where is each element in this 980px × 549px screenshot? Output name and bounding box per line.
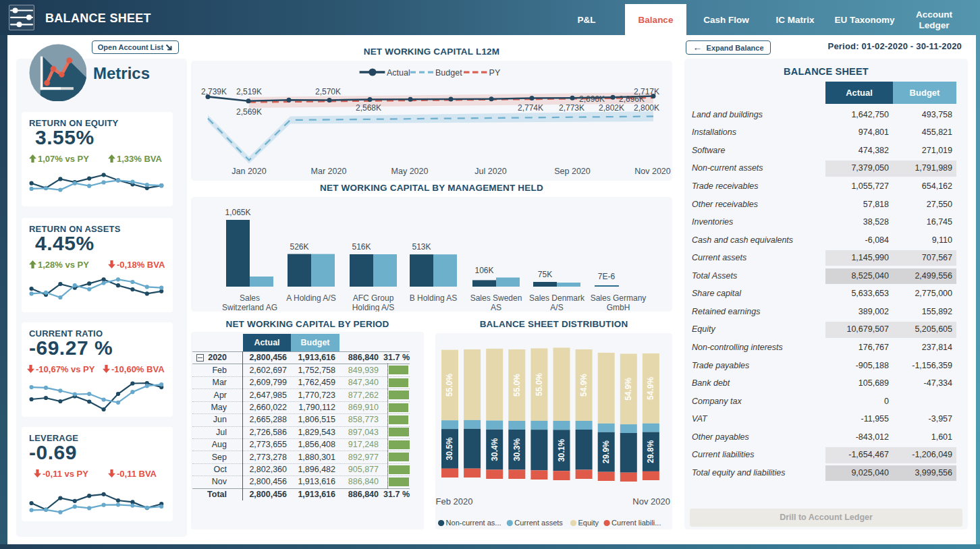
svg-text:55.0%: 55.0% xyxy=(512,374,522,397)
svg-text:Jan 2020: Jan 2020 xyxy=(232,167,266,176)
svg-text:2,570K: 2,570K xyxy=(315,87,341,96)
svg-text:Current liabili...: Current liabili... xyxy=(611,519,661,527)
svg-text:54.9%: 54.9% xyxy=(646,377,655,400)
svg-text:Mar 2020: Mar 2020 xyxy=(311,167,347,176)
svg-text:B Holding AS: B Holding AS xyxy=(410,293,458,303)
svg-text:513K: 513K xyxy=(412,242,431,252)
svg-text:AFC Group: AFC Group xyxy=(353,293,394,303)
svg-text:Sales Denmark: Sales Denmark xyxy=(529,293,585,303)
svg-text:Current assets: Current assets xyxy=(514,519,563,527)
svg-text:Nov 2020: Nov 2020 xyxy=(634,167,671,176)
svg-text:Actual: Actual xyxy=(387,68,410,78)
svg-text:30.4%: 30.4% xyxy=(490,438,499,461)
svg-text:Sales Germany: Sales Germany xyxy=(591,293,647,303)
svg-text:Budget: Budget xyxy=(435,68,462,78)
svg-text:A Holding A/S: A Holding A/S xyxy=(286,293,335,303)
svg-text:2,800K: 2,800K xyxy=(634,103,659,113)
svg-text:May 2020: May 2020 xyxy=(391,167,429,176)
svg-text:Holding A/S: Holding A/S xyxy=(352,303,395,312)
svg-text:2,802K: 2,802K xyxy=(599,103,624,113)
svg-text:Sales Sweden: Sales Sweden xyxy=(470,293,522,303)
svg-text:2,568K: 2,568K xyxy=(356,103,381,113)
svg-text:106K: 106K xyxy=(474,266,493,275)
svg-text:30.5%: 30.5% xyxy=(445,437,455,460)
svg-text:54.9%: 54.9% xyxy=(579,374,589,397)
svg-text:Sep 2020: Sep 2020 xyxy=(554,167,591,176)
svg-text:2,773K: 2,773K xyxy=(559,103,584,113)
svg-text:A/S: A/S xyxy=(550,303,563,312)
svg-text:GmbH: GmbH xyxy=(607,303,630,312)
svg-text:1,065K: 1,065K xyxy=(225,208,250,217)
svg-text:2,569K: 2,569K xyxy=(236,107,262,117)
svg-text:55.0%: 55.0% xyxy=(445,374,455,397)
svg-text:54.9%: 54.9% xyxy=(624,377,633,400)
svg-text:AS: AS xyxy=(491,303,501,312)
svg-text:516K: 516K xyxy=(352,242,371,252)
svg-text:2,739K: 2,739K xyxy=(201,87,227,96)
svg-text:Switzerland AG: Switzerland AG xyxy=(222,303,277,312)
svg-text:2,519K: 2,519K xyxy=(236,87,262,96)
svg-text:Non-current as...: Non-current as... xyxy=(446,519,501,527)
svg-text:30.1%: 30.1% xyxy=(557,438,566,461)
svg-text:2,696K: 2,696K xyxy=(579,94,605,104)
svg-text:PY: PY xyxy=(489,68,501,78)
svg-text:29.8%: 29.8% xyxy=(646,440,655,463)
svg-text:Feb 2020: Feb 2020 xyxy=(436,496,473,507)
svg-text:Nov 2020: Nov 2020 xyxy=(632,496,670,507)
svg-text:Jul 2020: Jul 2020 xyxy=(474,167,506,176)
svg-text:75K: 75K xyxy=(538,270,552,279)
svg-text:2,774K: 2,774K xyxy=(518,103,543,113)
svg-text:7E-6: 7E-6 xyxy=(598,272,616,281)
svg-text:2,696K: 2,696K xyxy=(619,94,645,104)
svg-text:55.0%: 55.0% xyxy=(535,373,544,396)
svg-text:Equity: Equity xyxy=(578,519,599,527)
svg-text:526K: 526K xyxy=(290,242,308,252)
svg-text:30.3%: 30.3% xyxy=(512,438,522,461)
svg-text:29.9%: 29.9% xyxy=(601,440,611,463)
svg-text:Sales: Sales xyxy=(240,293,260,303)
